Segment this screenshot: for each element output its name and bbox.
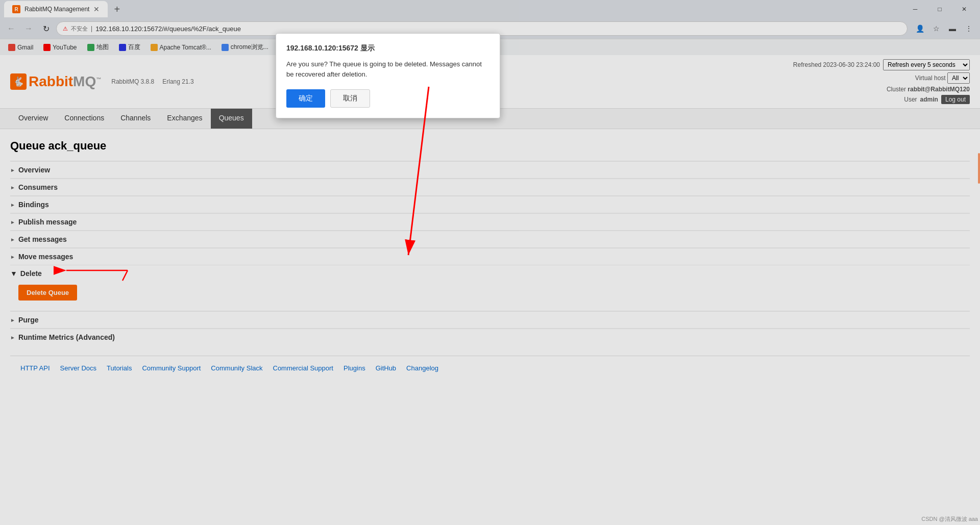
dialog-cancel-button[interactable]: 取消 xyxy=(330,89,370,108)
dialog-message: Are you sure? The queue is going to be d… xyxy=(286,59,489,79)
dialog-box: 192.168.10.120:15672 显示 Are you sure? Th… xyxy=(276,33,500,118)
dialog-title: 192.168.10.120:15672 显示 xyxy=(286,44,489,53)
dialog-confirm-button[interactable]: 确定 xyxy=(286,89,325,108)
dialog-buttons: 确定 取消 xyxy=(286,89,489,108)
dialog-overlay: 192.168.10.120:15672 显示 Are you sure? Th… xyxy=(0,0,980,390)
